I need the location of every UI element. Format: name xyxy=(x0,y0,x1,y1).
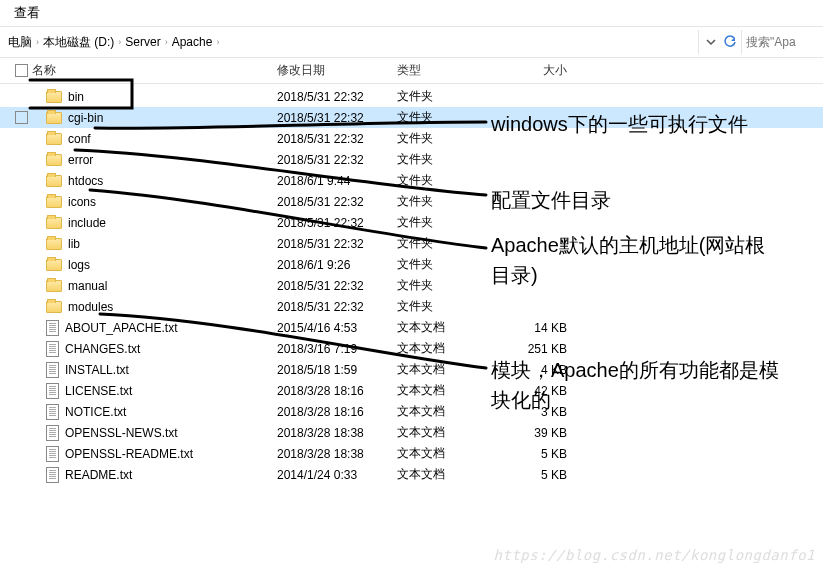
file-date: 2018/5/31 22:32 xyxy=(277,195,397,209)
annotation-text: 配置文件目录 xyxy=(491,185,611,215)
file-type: 文件夹 xyxy=(397,298,497,315)
file-type: 文件夹 xyxy=(397,256,497,273)
file-row[interactable]: OPENSSL-README.txt2018/3/28 18:38文本文档5 K… xyxy=(0,443,823,464)
file-name: bin xyxy=(68,90,84,104)
folder-icon xyxy=(46,259,62,271)
menu-view[interactable]: 查看 xyxy=(14,5,40,20)
annotation-text: windows下的一些可执行文件 xyxy=(491,109,791,139)
file-type: 文件夹 xyxy=(397,277,497,294)
file-row[interactable]: modules2018/5/31 22:32文件夹 xyxy=(0,296,823,317)
file-size: 5 KB xyxy=(497,447,577,461)
breadcrumb-item[interactable]: Server xyxy=(123,35,162,49)
file-name: ABOUT_APACHE.txt xyxy=(65,321,177,335)
file-date: 2018/3/28 18:38 xyxy=(277,426,397,440)
file-row[interactable]: bin2018/5/31 22:32文件夹 xyxy=(0,86,823,107)
file-type: 文件夹 xyxy=(397,109,497,126)
header-size[interactable]: 大小 xyxy=(497,62,577,79)
file-date: 2018/5/31 22:32 xyxy=(277,153,397,167)
file-type: 文件夹 xyxy=(397,193,497,210)
refresh-icon[interactable] xyxy=(723,35,737,49)
folder-icon xyxy=(46,91,62,103)
file-type: 文本文档 xyxy=(397,424,497,441)
chevron-right-icon: › xyxy=(163,37,170,47)
file-row[interactable]: ABOUT_APACHE.txt2015/4/16 4:53文本文档14 KB xyxy=(0,317,823,338)
breadcrumb-item[interactable]: 本地磁盘 (D:) xyxy=(41,34,116,51)
file-size: 14 KB xyxy=(497,321,577,335)
file-icon xyxy=(46,362,59,378)
file-size: 5 KB xyxy=(497,468,577,482)
file-type: 文本文档 xyxy=(397,361,497,378)
file-row[interactable]: htdocs2018/6/1 9:44文件夹 xyxy=(0,170,823,191)
history-dropdown-icon[interactable] xyxy=(705,36,717,48)
file-icon xyxy=(46,467,59,483)
file-date: 2018/3/28 18:16 xyxy=(277,405,397,419)
file-date: 2018/3/28 18:16 xyxy=(277,384,397,398)
file-name: icons xyxy=(68,195,96,209)
file-icon xyxy=(46,425,59,441)
file-date: 2018/5/31 22:32 xyxy=(277,90,397,104)
file-date: 2018/5/18 1:59 xyxy=(277,363,397,377)
file-icon xyxy=(46,383,59,399)
annotation-text: Apache默认的主机地址(网站根目录) xyxy=(491,230,781,290)
row-checkbox[interactable] xyxy=(15,111,28,124)
file-name: LICENSE.txt xyxy=(65,384,132,398)
chevron-right-icon: › xyxy=(214,37,221,47)
folder-icon xyxy=(46,112,62,124)
file-row[interactable]: error2018/5/31 22:32文件夹 xyxy=(0,149,823,170)
file-date: 2018/6/1 9:44 xyxy=(277,174,397,188)
file-type: 文本文档 xyxy=(397,466,497,483)
file-size: 251 KB xyxy=(497,342,577,356)
file-name: logs xyxy=(68,258,90,272)
file-date: 2018/5/31 22:32 xyxy=(277,237,397,251)
file-name: INSTALL.txt xyxy=(65,363,129,377)
file-name: conf xyxy=(68,132,91,146)
file-name: lib xyxy=(68,237,80,251)
folder-icon xyxy=(46,217,62,229)
header-date[interactable]: 修改日期 xyxy=(277,62,397,79)
file-icon xyxy=(46,404,59,420)
file-name: README.txt xyxy=(65,468,132,482)
breadcrumb[interactable]: 电脑 › 本地磁盘 (D:) › Server › Apache › xyxy=(0,30,699,54)
header-name[interactable]: 名称 xyxy=(32,62,277,79)
file-name: include xyxy=(68,216,106,230)
file-type: 文本文档 xyxy=(397,382,497,399)
breadcrumb-root[interactable]: 电脑 xyxy=(6,34,34,51)
breadcrumb-item[interactable]: Apache xyxy=(170,35,215,49)
file-name: modules xyxy=(68,300,113,314)
file-size: 39 KB xyxy=(497,426,577,440)
folder-icon xyxy=(46,196,62,208)
file-date: 2014/1/24 0:33 xyxy=(277,468,397,482)
folder-icon xyxy=(46,133,62,145)
file-name: cgi-bin xyxy=(68,111,103,125)
file-type: 文本文档 xyxy=(397,445,497,462)
file-row[interactable]: icons2018/5/31 22:32文件夹 xyxy=(0,191,823,212)
file-row[interactable]: README.txt2014/1/24 0:33文本文档5 KB xyxy=(0,464,823,485)
file-date: 2018/3/16 7:19 xyxy=(277,342,397,356)
file-name: CHANGES.txt xyxy=(65,342,140,356)
search-placeholder: 搜索"Apa xyxy=(746,34,796,51)
file-name: htdocs xyxy=(68,174,103,188)
file-date: 2018/5/31 22:32 xyxy=(277,216,397,230)
watermark: https://blog.csdn.net/konglongdanfo1 xyxy=(494,547,815,563)
file-type: 文件夹 xyxy=(397,172,497,189)
annotation-text: 模块，Apache的所有功能都是模块化的 xyxy=(491,355,781,415)
file-date: 2018/5/31 22:32 xyxy=(277,111,397,125)
file-type: 文件夹 xyxy=(397,130,497,147)
chevron-right-icon: › xyxy=(116,37,123,47)
file-icon xyxy=(46,341,59,357)
file-type: 文件夹 xyxy=(397,235,497,252)
file-date: 2018/5/31 22:32 xyxy=(277,279,397,293)
folder-icon xyxy=(46,301,62,313)
folder-icon xyxy=(46,154,62,166)
select-all-checkbox[interactable] xyxy=(15,64,28,77)
file-type: 文本文档 xyxy=(397,319,497,336)
folder-icon xyxy=(46,175,62,187)
search-input[interactable]: 搜索"Apa xyxy=(741,30,823,54)
file-date: 2018/3/28 18:38 xyxy=(277,447,397,461)
file-name: OPENSSL-README.txt xyxy=(65,447,193,461)
file-icon xyxy=(46,446,59,462)
header-type[interactable]: 类型 xyxy=(397,62,497,79)
file-row[interactable]: OPENSSL-NEWS.txt2018/3/28 18:38文本文档39 KB xyxy=(0,422,823,443)
file-date: 2018/5/31 22:32 xyxy=(277,132,397,146)
file-type: 文本文档 xyxy=(397,340,497,357)
